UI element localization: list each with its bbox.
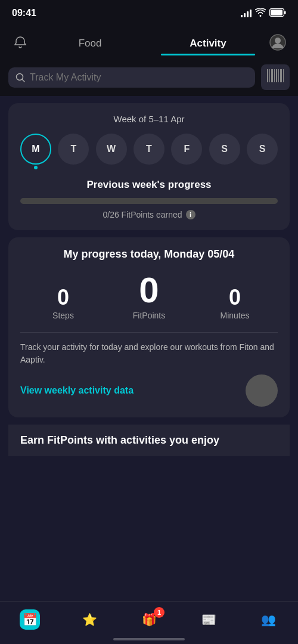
search-input-wrap[interactable] bbox=[8, 67, 255, 88]
earn-banner: Earn FitPoints with activities you enjoy bbox=[8, 425, 290, 456]
circle-button[interactable] bbox=[246, 374, 278, 407]
home-icon: 📅 bbox=[20, 609, 40, 630]
svg-rect-2 bbox=[284, 11, 286, 14]
today-card: My progress today, Monday 05/04 0 Steps … bbox=[8, 237, 290, 417]
day-friday[interactable]: F bbox=[171, 134, 202, 165]
activity-description: Track your activity for today and explor… bbox=[20, 341, 278, 366]
svg-rect-11 bbox=[276, 69, 277, 82]
day-thursday[interactable]: T bbox=[134, 134, 164, 165]
log-icon: 📰 bbox=[198, 609, 219, 630]
barcode-button[interactable] bbox=[261, 64, 290, 90]
signal-icon bbox=[241, 9, 252, 17]
nav-explore[interactable]: ⭐ bbox=[72, 609, 107, 630]
gifts-badge: 1 bbox=[154, 607, 164, 618]
week-label: Week of 5–11 Apr bbox=[20, 114, 278, 124]
svg-rect-8 bbox=[269, 69, 270, 82]
status-icons bbox=[241, 8, 286, 18]
day-sunday[interactable]: S bbox=[247, 134, 278, 165]
top-nav: Food Activity bbox=[0, 26, 298, 58]
day-selector: M T W T F S S bbox=[20, 134, 278, 165]
nav-log[interactable]: 📰 bbox=[191, 609, 226, 630]
day-tuesday[interactable]: T bbox=[58, 134, 89, 165]
steps-value: 0 bbox=[20, 287, 106, 308]
wifi-icon bbox=[255, 8, 266, 18]
progress-title: Previous week's progress bbox=[20, 179, 278, 191]
nav-tabs: Food Activity bbox=[31, 29, 267, 55]
divider bbox=[20, 332, 278, 333]
svg-rect-1 bbox=[271, 10, 283, 16]
week-card: Week of 5–11 Apr M T W T F S S bbox=[8, 103, 290, 230]
fitpoints-value: 0 bbox=[106, 273, 192, 308]
nav-friends[interactable]: 👥 bbox=[250, 609, 286, 630]
svg-rect-9 bbox=[271, 69, 273, 82]
search-input[interactable] bbox=[30, 72, 248, 83]
friends-icon: 👥 bbox=[258, 609, 278, 630]
progress-section: Previous week's progress 0/26 FitPoints … bbox=[20, 179, 278, 219]
search-icon bbox=[15, 73, 25, 82]
fitpoints-label-today: FitPoints bbox=[106, 311, 192, 320]
battery-icon bbox=[269, 8, 286, 18]
svg-line-6 bbox=[22, 79, 24, 82]
progress-bar bbox=[20, 198, 278, 204]
home-indicator bbox=[113, 638, 185, 640]
nav-home[interactable]: 📅 bbox=[12, 609, 48, 630]
stat-steps: 0 Steps bbox=[20, 287, 106, 320]
day-saturday[interactable]: S bbox=[209, 134, 240, 165]
status-time: 09:41 bbox=[12, 8, 36, 18]
bell-icon[interactable] bbox=[10, 36, 31, 49]
svg-rect-13 bbox=[280, 69, 282, 82]
minutes-label: Minutes bbox=[192, 311, 278, 320]
today-bottom: View weekly activity data bbox=[20, 374, 278, 407]
minutes-value: 0 bbox=[192, 287, 278, 308]
svg-rect-7 bbox=[267, 69, 268, 82]
svg-rect-10 bbox=[274, 69, 275, 82]
status-bar: 09:41 bbox=[0, 0, 298, 26]
tab-activity[interactable]: Activity bbox=[149, 29, 267, 55]
main-content: Week of 5–11 Apr M T W T F S S bbox=[0, 96, 298, 518]
explore-icon: ⭐ bbox=[79, 609, 100, 630]
bottom-spacer bbox=[8, 463, 290, 511]
tab-food[interactable]: Food bbox=[31, 29, 149, 55]
day-wednesday[interactable]: W bbox=[96, 134, 127, 165]
steps-label: Steps bbox=[20, 311, 106, 320]
svg-rect-14 bbox=[283, 69, 284, 82]
fitpoints-label: 0/26 FitPoints earned i bbox=[20, 210, 278, 219]
weekly-link[interactable]: View weekly activity data bbox=[20, 385, 134, 396]
avatar[interactable] bbox=[267, 34, 288, 51]
day-monday[interactable]: M bbox=[20, 134, 51, 165]
svg-rect-12 bbox=[278, 69, 279, 82]
stat-fitpoints: 0 FitPoints bbox=[106, 273, 192, 320]
stat-minutes: 0 Minutes bbox=[192, 287, 278, 320]
nav-gifts[interactable]: 🎁 1 bbox=[131, 609, 167, 630]
svg-point-4 bbox=[275, 38, 281, 44]
barcode-icon bbox=[267, 69, 284, 82]
stats-row: 0 Steps 0 FitPoints 0 Minutes bbox=[20, 273, 278, 320]
info-icon[interactable]: i bbox=[186, 210, 195, 219]
today-title: My progress today, Monday 05/04 bbox=[20, 248, 278, 261]
search-bar bbox=[0, 58, 298, 96]
